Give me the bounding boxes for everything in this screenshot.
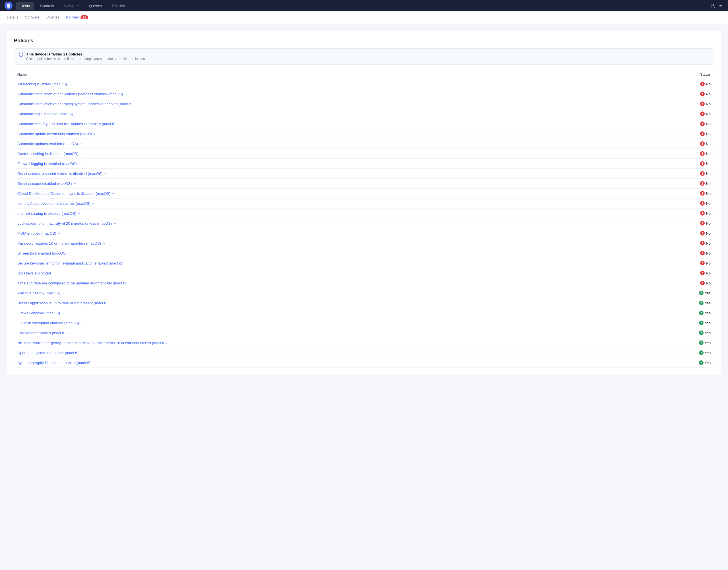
arrow-icon: → <box>61 311 64 315</box>
policy-link[interactable]: No 1Password emergency kit stored in des… <box>17 341 638 345</box>
policy-link[interactable]: Antivirus healthy (macOS) → <box>17 291 638 295</box>
table-row[interactable]: System Integrity Protection enabled (mac… <box>14 358 714 368</box>
tab-policies[interactable]: Policies 21 <box>66 12 88 23</box>
policy-link[interactable]: Gatekeeper enabled (macOS) → <box>17 331 638 335</box>
status-dot <box>700 121 705 126</box>
status-cell: No <box>645 141 711 146</box>
policy-link[interactable]: Firewall logging is enabled (macOS) → <box>17 162 638 166</box>
table-row[interactable]: Firewall logging is enabled (macOS) → No <box>14 159 714 169</box>
policy-link[interactable]: Content caching is disabled (macOS) → <box>17 152 638 156</box>
status-cell: No <box>645 161 711 166</box>
arrow-icon: → <box>93 361 96 365</box>
nav-queries[interactable]: Queries <box>84 2 107 10</box>
table-row[interactable]: Automatic installation of application up… <box>14 89 714 99</box>
policy-link[interactable]: Automatic installation of operating syst… <box>17 102 638 106</box>
policy-link[interactable]: Automatic installation of application up… <box>17 92 638 96</box>
nav-hosts[interactable]: Hosts <box>16 2 34 10</box>
arrow-icon: → <box>168 341 171 345</box>
nav-controls[interactable]: Controls <box>36 2 58 10</box>
policy-link[interactable]: Time and date are configured to be updat… <box>17 281 638 285</box>
policy-name: Time and date are configured to be updat… <box>17 281 128 285</box>
table-row[interactable]: Secure keyboard entry for Terminal appli… <box>14 258 714 268</box>
table-row[interactable]: Guest access to shared folders is disabl… <box>14 169 714 179</box>
table-row[interactable]: Content caching is disabled (macOS) → No <box>14 149 714 159</box>
status-dot <box>700 91 705 96</box>
table-row[interactable]: Automatic security and data file updates… <box>14 119 714 129</box>
table-row[interactable]: Automatic login disabled (macOS) → No <box>14 109 714 119</box>
policy-link[interactable]: Operating system up to date (macOS) → <box>17 351 638 355</box>
status-cell: No <box>645 171 711 176</box>
policy-link[interactable]: Screen lock enabled (macOS) → <box>17 251 638 255</box>
policy-link[interactable]: Full disk encryption enabled (macOS) → <box>17 321 638 325</box>
policy-link[interactable]: Firewall enabled (macOS) → <box>17 311 638 315</box>
table-row[interactable]: Password requires 10 or more characters … <box>14 238 714 248</box>
arrow-icon: → <box>113 221 116 225</box>
table-row[interactable]: Operating system up to date (macOS) → Ye… <box>14 348 714 358</box>
table-row[interactable]: Lock screen after inactivity of 20 minut… <box>14 219 714 228</box>
status-dot <box>699 291 704 295</box>
policy-link[interactable]: Automatic security and data file updates… <box>17 122 638 126</box>
table-row[interactable]: Automatic updates enabled (macOS) → No <box>14 139 714 149</box>
policy-link[interactable]: Ad tracking is limited (macOS) → <box>17 82 638 86</box>
policy-name: Operating system up to date (macOS) <box>17 351 80 355</box>
status-dot <box>700 171 705 176</box>
tab-queries[interactable]: Queries <box>46 12 59 23</box>
table-row[interactable]: Docker application is up to date or not … <box>14 298 714 308</box>
table-row[interactable]: Internet sharing is blocked (macOS) → No <box>14 209 714 219</box>
policies-card: Policies This device is failing 21 polic… <box>7 31 721 375</box>
alert-description: Click a policy below to see if there are… <box>26 57 146 61</box>
policy-link[interactable]: Guest account disabled (macOS) → <box>17 182 638 186</box>
tab-details[interactable]: Details <box>7 12 18 23</box>
arrow-icon: → <box>124 92 127 96</box>
status-dot <box>700 191 705 196</box>
policy-link[interactable]: iCloud Desktop and Document sync is disa… <box>17 192 638 196</box>
table-row[interactable]: Identify Apple development secrets (macO… <box>14 199 714 209</box>
table-row[interactable]: Guest account disabled (macOS) → No <box>14 179 714 189</box>
user-menu[interactable] <box>710 3 723 9</box>
policy-link[interactable]: Guest access to shared folders is disabl… <box>17 172 638 176</box>
policy-link[interactable]: Password requires 10 or more characters … <box>17 241 638 246</box>
policies-badge: 21 <box>80 15 88 19</box>
nav-software[interactable]: Software <box>60 2 83 10</box>
policy-link[interactable]: Automatic update downloads enabled (macO… <box>17 132 638 136</box>
table-row[interactable]: SSH keys encrypted → No <box>14 268 714 278</box>
table-row[interactable]: Automatic installation of operating syst… <box>14 99 714 109</box>
table-row[interactable]: Time and date are configured to be updat… <box>14 278 714 288</box>
policy-link[interactable]: System Integrity Protection enabled (mac… <box>17 361 638 365</box>
status-cell: No <box>645 91 711 96</box>
policy-link[interactable]: SSH keys encrypted → <box>17 271 638 275</box>
arrow-icon: → <box>80 152 83 156</box>
status-dot <box>699 350 704 355</box>
status-cell: No <box>645 191 711 196</box>
table-row[interactable]: Antivirus healthy (macOS) → Yes <box>14 288 714 298</box>
main-content: Policies This device is failing 21 polic… <box>0 24 728 382</box>
table-row[interactable]: Screen lock enabled (macOS) → No <box>14 248 714 258</box>
table-row[interactable]: Firewall enabled (macOS) → Yes <box>14 308 714 318</box>
policy-link[interactable]: Automatic login disabled (macOS) → <box>17 112 638 116</box>
status-dot <box>700 281 705 285</box>
table-row[interactable]: Gatekeeper enabled (macOS) → Yes <box>14 328 714 338</box>
table-row[interactable]: Automatic update downloads enabled (macO… <box>14 129 714 139</box>
status-dot <box>700 82 705 86</box>
col-name: Name <box>14 70 642 79</box>
status-cell: No <box>645 101 711 106</box>
policy-link[interactable]: Internet sharing is blocked (macOS) → <box>17 211 638 216</box>
table-row[interactable]: MDM enrolled (macOS) → No <box>14 228 714 238</box>
policy-link[interactable]: Identify Apple development secrets (macO… <box>17 201 638 206</box>
status-cell: Yes <box>645 330 711 335</box>
policy-link[interactable]: Docker application is up to date or not … <box>17 301 638 305</box>
status-dot <box>699 311 704 315</box>
tab-software[interactable]: Software <box>25 12 39 23</box>
status-label: No <box>706 231 711 236</box>
table-row[interactable]: Ad tracking is limited (macOS) → No <box>14 79 714 89</box>
table-row[interactable]: Full disk encryption enabled (macOS) → Y… <box>14 318 714 328</box>
nav-policies[interactable]: Policies <box>108 2 130 10</box>
table-row[interactable]: No 1Password emergency kit stored in des… <box>14 338 714 348</box>
svg-point-0 <box>712 4 714 6</box>
table-row[interactable]: iCloud Desktop and Document sync is disa… <box>14 189 714 199</box>
policy-name: Full disk encryption enabled (macOS) <box>17 321 79 325</box>
policy-link[interactable]: Secure keyboard entry for Terminal appli… <box>17 261 638 265</box>
policy-link[interactable]: MDM enrolled (macOS) → <box>17 231 638 236</box>
policy-link[interactable]: Lock screen after inactivity of 20 minut… <box>17 221 638 226</box>
policy-link[interactable]: Automatic updates enabled (macOS) → <box>17 141 638 146</box>
